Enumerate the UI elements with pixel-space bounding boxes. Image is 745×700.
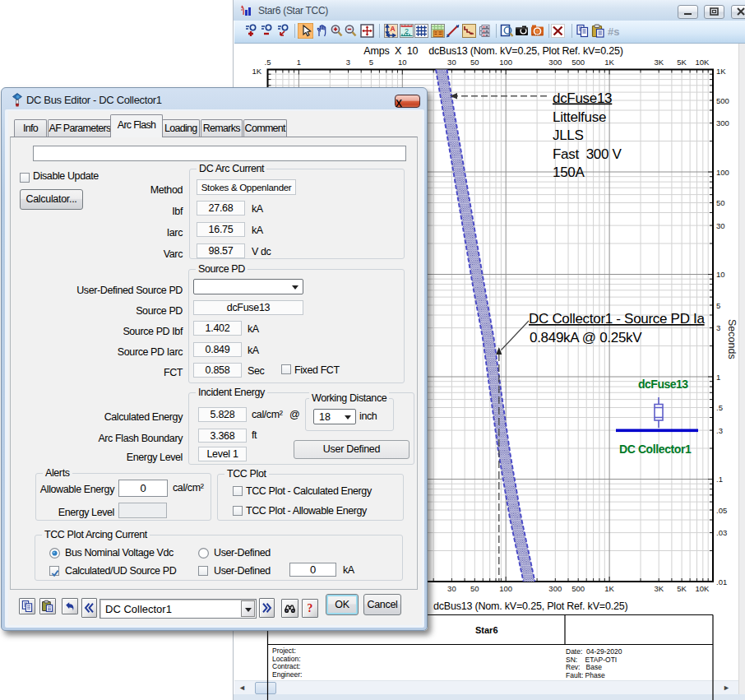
svg-text:.1: .1 — [716, 475, 723, 484]
svg-text:Fast 300 V: Fast 300 V — [553, 146, 622, 162]
svg-text:.5: .5 — [265, 58, 271, 67]
svg-text:Amps X 10 dcBus13 (Nom. k: Amps X 10 dcBus13 (Nom. kV=0.25, Plot Re… — [363, 45, 622, 57]
svg-text:Engineer:: Engineer: — [272, 670, 302, 679]
svg-text:30: 30 — [447, 58, 456, 67]
svg-text:Seconds: Seconds — [726, 319, 738, 359]
svg-text:.01: .01 — [716, 577, 727, 586]
svg-text:.03: .03 — [716, 528, 727, 537]
svg-text:3: 3 — [346, 58, 350, 67]
svg-text:1K: 1K — [604, 584, 614, 593]
svg-text:dcBus13 (Nom. kV=0.25, Plot Re: dcBus13 (Nom. kV=0.25, Plot Ref. kV=0.25… — [433, 600, 627, 612]
svg-text:.3: .3 — [716, 426, 723, 435]
svg-text:1K: 1K — [716, 67, 726, 76]
svg-text:Star6: Star6 — [475, 625, 498, 635]
svg-text:.05: .05 — [716, 506, 727, 515]
svg-text:5K: 5K — [677, 58, 687, 67]
svg-text:10K: 10K — [696, 58, 710, 67]
svg-text:Fault: Phase: Fault: Phase — [566, 671, 605, 679]
svg-text:dcFuse13: dcFuse13 — [553, 90, 612, 106]
svg-text:Project:: Project: — [272, 647, 296, 655]
svg-text:3K: 3K — [654, 584, 664, 593]
svg-text:5: 5 — [369, 58, 373, 67]
svg-text:50: 50 — [470, 584, 479, 593]
svg-text:300: 300 — [548, 584, 562, 593]
svg-text:DC Collector1: DC Collector1 — [619, 443, 692, 456]
svg-text:1K: 1K — [604, 58, 614, 67]
svg-text:dcFuse13: dcFuse13 — [638, 378, 688, 391]
svg-text:1K: 1K — [252, 67, 261, 76]
svg-text:30: 30 — [447, 584, 456, 593]
svg-text:.5: .5 — [716, 403, 723, 412]
svg-text:DC Collector1 - Source PD Ia: DC Collector1 - Source PD Ia — [529, 311, 705, 327]
svg-text:100: 100 — [716, 168, 729, 177]
svg-text:3K: 3K — [654, 58, 664, 67]
svg-text:1: 1 — [297, 58, 301, 67]
svg-text:150A: 150A — [553, 165, 585, 180]
svg-text:30: 30 — [716, 221, 725, 230]
svg-text:1: 1 — [716, 373, 720, 382]
svg-text:10K: 10K — [696, 584, 710, 593]
svg-text:10: 10 — [398, 58, 407, 67]
svg-text:0.849kA @ 0.25kV: 0.849kA @ 0.25kV — [530, 330, 642, 345]
svg-text:50: 50 — [470, 58, 479, 67]
svg-text:50: 50 — [716, 198, 725, 207]
svg-text:SN: ETAP-OTI: SN: ETAP-OTI — [566, 656, 617, 664]
svg-text:500: 500 — [716, 96, 729, 105]
svg-text:Littelfuse: Littelfuse — [553, 109, 606, 125]
svg-text:Contract:: Contract: — [272, 662, 301, 670]
svg-text:JLLS: JLLS — [553, 127, 584, 143]
svg-text:Rev: Base: Rev: Base — [566, 663, 602, 671]
svg-text:500: 500 — [571, 58, 585, 67]
svg-text:Location:: Location: — [272, 655, 301, 663]
svg-text:10: 10 — [716, 270, 725, 279]
svg-text:5: 5 — [716, 301, 720, 310]
svg-text:300: 300 — [548, 58, 562, 67]
svg-text:3: 3 — [716, 323, 720, 332]
svg-text:Date: 04-29-2020: Date: 04-29-2020 — [566, 647, 622, 656]
svg-text:100: 100 — [499, 58, 512, 67]
svg-text:100: 100 — [499, 584, 512, 593]
svg-text:5K: 5K — [677, 584, 687, 593]
svg-text:300: 300 — [716, 118, 729, 127]
svg-text:500: 500 — [571, 584, 585, 593]
